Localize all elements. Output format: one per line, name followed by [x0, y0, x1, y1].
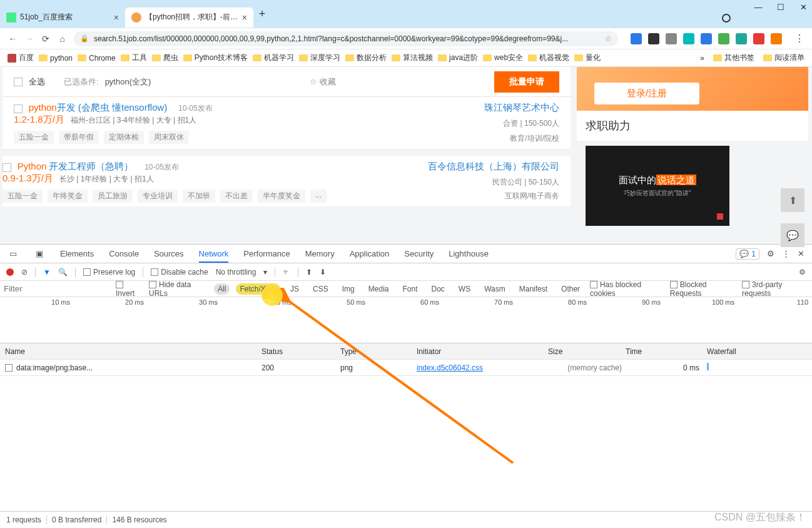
- close-devtools-icon[interactable]: ✕: [798, 249, 804, 258]
- filter-input[interactable]: [4, 284, 109, 293]
- bookmark-item[interactable]: 机器视觉: [528, 53, 569, 63]
- col-wf-header[interactable]: Waterfall: [703, 347, 812, 356]
- record-button[interactable]: [6, 268, 14, 276]
- other-bookmarks[interactable]: 其他书签: [713, 53, 754, 63]
- bookmark-item[interactable]: 机器学习: [253, 53, 294, 63]
- clear-icon[interactable]: ⊘: [21, 268, 28, 277]
- bookmark-item[interactable]: 工具: [121, 53, 147, 63]
- ext-icon[interactable]: [683, 33, 694, 44]
- disable-cache-checkbox[interactable]: Disable cache: [151, 268, 208, 277]
- req-initiator[interactable]: index.d5c06042.css: [417, 363, 548, 372]
- batch-apply-button[interactable]: 批量申请: [494, 71, 559, 93]
- filter-media[interactable]: Media: [365, 283, 393, 295]
- tab-network[interactable]: Network: [199, 249, 229, 263]
- filter-css[interactable]: CSS: [309, 283, 332, 295]
- job-checkbox[interactable]: [3, 163, 11, 172]
- job-title[interactable]: python开发 (会爬虫 懂tensorflow): [29, 102, 168, 113]
- ext-icon[interactable]: [666, 33, 677, 44]
- device-icon[interactable]: ▣: [34, 249, 45, 258]
- settings-icon[interactable]: ⚙: [767, 249, 774, 258]
- bookmark-item[interactable]: java进阶: [438, 53, 478, 63]
- back-icon[interactable]: ←: [8, 34, 18, 44]
- tab-sources[interactable]: Sources: [154, 249, 184, 258]
- close-icon[interactable]: ×: [114, 13, 119, 23]
- filter-all[interactable]: All: [214, 283, 230, 295]
- tab-performance[interactable]: Performance: [243, 249, 290, 258]
- bookmark-item[interactable]: 数据分析: [345, 53, 387, 63]
- wifi-icon[interactable]: ᯤ: [283, 268, 290, 277]
- download-icon[interactable]: ⬇: [320, 268, 326, 277]
- bookmark-item[interactable]: 量化: [574, 53, 601, 63]
- menu-icon[interactable]: ⋮: [794, 33, 804, 44]
- bookmark-item[interactable]: python: [39, 54, 73, 63]
- thirdparty-checkbox[interactable]: 3rd-party requests: [742, 280, 808, 298]
- tab-security[interactable]: Security: [404, 249, 434, 258]
- col-type-header[interactable]: Type: [340, 347, 417, 356]
- gear-icon[interactable]: ⚙: [799, 268, 806, 277]
- network-row[interactable]: data:image/png;base... 200 png index.d5c…: [0, 360, 812, 376]
- timeline[interactable]: 10 ms20 ms 30 ms40 ms 50 ms60 ms 70 ms80…: [0, 297, 812, 343]
- star-icon[interactable]: ☆: [605, 34, 612, 43]
- profile-icon[interactable]: [722, 14, 731, 23]
- filter-img[interactable]: Img: [338, 283, 358, 295]
- new-tab-button[interactable]: +: [253, 8, 271, 21]
- blocked-cookies-checkbox[interactable]: Has blocked cookies: [590, 280, 664, 298]
- maximize-icon[interactable]: ☐: [774, 3, 787, 12]
- bookmark-item[interactable]: 算法视频: [392, 53, 433, 63]
- inspect-icon[interactable]: ▭: [8, 249, 19, 258]
- ext-icon[interactable]: [771, 33, 782, 44]
- close-icon[interactable]: ×: [242, 13, 247, 23]
- upload-icon[interactable]: ⬆: [306, 268, 312, 277]
- hide-urls-checkbox[interactable]: Hide data URLs: [149, 280, 208, 298]
- company-link[interactable]: 百令信息科技（上海）有限公司: [428, 161, 559, 173]
- login-button[interactable]: 登录/注册: [594, 83, 699, 104]
- ext-icon[interactable]: [701, 33, 712, 44]
- ext-icon[interactable]: [648, 33, 659, 44]
- promo-banner[interactable]: 面试中的说话之道 巧妙应答面试官的"隐讲": [586, 146, 729, 226]
- bookmarks-overflow[interactable]: »: [700, 54, 704, 63]
- feedback-button[interactable]: 💬: [781, 223, 804, 247]
- tab-inactive[interactable]: 51job_百度搜索 ×: [0, 8, 125, 28]
- bookmark-item[interactable]: Chrome: [78, 54, 116, 63]
- ext-icon[interactable]: [736, 33, 747, 44]
- filter-ws[interactable]: WS: [455, 283, 474, 295]
- search-icon[interactable]: 🔍: [58, 268, 68, 277]
- ext-icon[interactable]: [718, 33, 729, 44]
- reading-list[interactable]: 阅读清单: [763, 53, 804, 63]
- scroll-top-button[interactable]: ⬆: [781, 188, 804, 212]
- filter-icon[interactable]: ▼: [43, 268, 51, 277]
- col-init-header[interactable]: Initiator: [417, 347, 548, 356]
- dropdown-icon[interactable]: ▾: [263, 268, 267, 277]
- tab-console[interactable]: Console: [109, 249, 139, 258]
- minimize-icon[interactable]: —: [752, 3, 764, 12]
- forward-icon[interactable]: →: [24, 34, 35, 44]
- bookmark-item[interactable]: 爬虫: [152, 53, 178, 63]
- throttle-select[interactable]: No throttling: [216, 268, 256, 277]
- tab-application[interactable]: Application: [350, 249, 390, 258]
- bookmark-item[interactable]: 百度: [8, 53, 34, 63]
- filter-other[interactable]: Other: [557, 283, 584, 295]
- col-size-header[interactable]: Size: [548, 347, 626, 356]
- more-icon[interactable]: ⋮: [782, 249, 790, 258]
- reload-icon[interactable]: ⟳: [41, 34, 51, 44]
- job-row[interactable]: Python 开发工程师（急聘） 10-05发布 百令信息科技（上海）有限公司 …: [3, 156, 571, 206]
- select-all-checkbox[interactable]: [14, 78, 23, 86]
- tab-active[interactable]: 【python招聘，求职】-前程无忧 ×: [125, 8, 253, 28]
- ext-icon[interactable]: [631, 33, 642, 44]
- company-link[interactable]: 珠江钢琴艺术中心: [484, 102, 559, 114]
- invert-checkbox[interactable]: Invert: [116, 280, 143, 298]
- msg-badge[interactable]: 💬 1: [736, 248, 759, 260]
- blocked-req-checkbox[interactable]: Blocked Requests: [670, 280, 736, 298]
- tab-elements[interactable]: Elements: [60, 249, 94, 258]
- ext-icon[interactable]: [753, 33, 764, 44]
- url-box[interactable]: 🔒 search.51job.com/list/000000,000000,00…: [74, 31, 618, 46]
- filter-font[interactable]: Font: [398, 283, 421, 295]
- close-window-icon[interactable]: ✕: [797, 3, 809, 12]
- filter-js[interactable]: JS: [287, 283, 303, 295]
- job-title[interactable]: Python 开发工程师（急聘）: [18, 161, 134, 171]
- col-time-header[interactable]: Time: [626, 347, 703, 356]
- preserve-log-checkbox[interactable]: Preserve log: [83, 268, 135, 277]
- job-checkbox[interactable]: [14, 104, 23, 113]
- job-row[interactable]: python开发 (会爬虫 懂tensorflow) 10-05发布 珠江钢琴艺…: [3, 97, 571, 150]
- bookmark-item[interactable]: 深度学习: [299, 53, 340, 63]
